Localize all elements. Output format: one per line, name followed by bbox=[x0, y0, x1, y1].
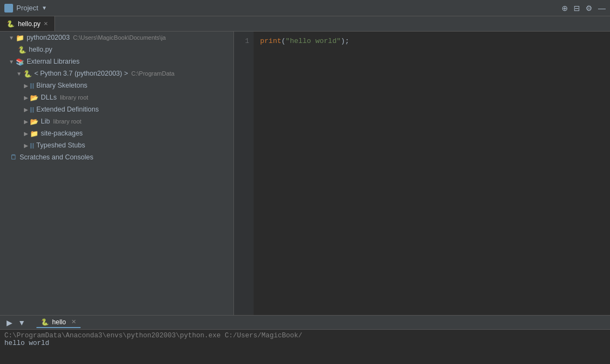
folder-icon-lib: 📂 bbox=[30, 118, 39, 126]
tab-bar: 🐍 hello.py ✕ bbox=[0, 16, 610, 32]
run-tab-bar: ▶ ▼ 🐍 hello ✕ bbox=[0, 316, 610, 330]
py-icon-python37: 🐍 bbox=[23, 70, 32, 78]
arrow-python37: ▼ bbox=[16, 71, 22, 77]
folder-icon-dlls: 📂 bbox=[30, 94, 39, 102]
sidebar-item-python202003[interactable]: ▼ 📁 python202003 C:\Users\MagicBook\Docu… bbox=[0, 32, 233, 44]
sublabel-lib: library root bbox=[53, 118, 82, 125]
editor-content: 1 print("hello world"); bbox=[234, 32, 610, 315]
run-controls: ▶ ▼ bbox=[4, 317, 28, 328]
label-hello-py: hello.py bbox=[29, 46, 52, 53]
tab-close-button[interactable]: ✕ bbox=[44, 21, 48, 27]
keyword-print: print bbox=[260, 37, 281, 45]
arrow-binary: ▶ bbox=[24, 83, 28, 89]
path-python202003: C:\Users\MagicBook\Documents\ja bbox=[73, 34, 166, 41]
label-typeshed-stubs: Typeshed Stubs bbox=[36, 141, 85, 149]
editor-code[interactable]: print("hello world"); bbox=[254, 32, 356, 315]
sidebar-item-binary-skeletons[interactable]: ▶ ||| Binary Skeletons bbox=[0, 79, 233, 91]
folder-icon-site-pkg: 📁 bbox=[30, 129, 39, 138]
label-lib: Lib bbox=[41, 118, 50, 125]
arrow-python202003: ▼ bbox=[9, 35, 14, 41]
paren-open: ( bbox=[281, 37, 286, 45]
sidebar: ▼ 📁 python202003 C:\Users\MagicBook\Docu… bbox=[0, 32, 234, 315]
sidebar-item-python37[interactable]: ▼ 🐍 < Python 3.7 (python202003) > C:\Pro… bbox=[0, 67, 233, 79]
arrow-extended: ▶ bbox=[24, 107, 28, 113]
sidebar-item-external-libraries[interactable]: ▼ 📚 External Libraries bbox=[0, 55, 233, 67]
scratches-icon: 🗒 bbox=[10, 153, 17, 161]
project-title: Project bbox=[16, 4, 38, 12]
title-bar-icons: ⊕ ⊟ ⚙ — bbox=[562, 4, 606, 13]
folder-icon-python202003: 📁 bbox=[16, 34, 24, 42]
sidebar-item-site-packages[interactable]: ▶ 📁 site-packages bbox=[0, 127, 233, 139]
arrow-lib: ▶ bbox=[24, 119, 28, 125]
run-play-button[interactable]: ▶ bbox=[4, 317, 15, 328]
run-tab-label: hello bbox=[52, 318, 66, 326]
lib-icon: 📚 bbox=[16, 58, 24, 66]
bar-icon-binary: ||| bbox=[30, 83, 34, 89]
paren-close: ); bbox=[341, 37, 349, 45]
tab-hello-py[interactable]: 🐍 hello.py ✕ bbox=[0, 16, 55, 31]
bottom-panel: ▶ ▼ 🐍 hello ✕ C:\ProgramData\Anaconda3\e… bbox=[0, 315, 610, 364]
sidebar-item-typeshed-stubs[interactable]: ▶ ||| Typeshed Stubs bbox=[0, 139, 233, 151]
run-tab-close[interactable]: ✕ bbox=[71, 318, 76, 325]
sublabel-dlls: library root bbox=[60, 94, 88, 101]
line-numbers: 1 bbox=[234, 32, 254, 315]
bar-icon-typeshed: ||| bbox=[30, 143, 34, 149]
main-area: ▼ 📁 python202003 C:\Users\MagicBook\Docu… bbox=[0, 32, 610, 315]
title-bar-left: Project ▼ bbox=[4, 4, 557, 13]
run-tab-hello[interactable]: 🐍 hello ✕ bbox=[36, 317, 81, 328]
arrow-site-pkg: ▶ bbox=[24, 131, 28, 137]
editor-area: 1 print("hello world"); 💡 Show Context A… bbox=[234, 32, 610, 315]
sidebar-item-scratches[interactable]: 🗒 Scratches and Consoles bbox=[0, 151, 233, 163]
sidebar-item-lib[interactable]: ▶ 📂 Lib library root bbox=[0, 115, 233, 127]
title-bar: Project ▼ ⊕ ⊟ ⚙ — bbox=[0, 0, 610, 16]
collapse-icon[interactable]: ⊟ bbox=[574, 4, 580, 13]
py-icon-hello: 🐍 bbox=[18, 46, 27, 54]
label-python37: < Python 3.7 (python202003) > bbox=[34, 70, 128, 77]
add-content-icon[interactable]: ⊕ bbox=[562, 4, 568, 13]
sidebar-item-extended-definitions[interactable]: ▶ ||| Extended Definitions bbox=[0, 103, 233, 115]
tab-py-icon: 🐍 bbox=[7, 20, 15, 28]
code-line-1: print("hello world"); bbox=[260, 36, 349, 47]
project-icon bbox=[4, 4, 13, 13]
run-output-panel: C:\ProgramData\Anaconda3\envs\python2020… bbox=[0, 330, 610, 364]
arrow-typeshed: ▶ bbox=[24, 143, 28, 149]
label-extended-definitions: Extended Definitions bbox=[36, 106, 99, 113]
label-site-packages: site-packages bbox=[41, 129, 83, 137]
arrow-ext-lib: ▼ bbox=[9, 59, 14, 65]
run-result-output: hello world bbox=[4, 340, 606, 347]
path-python37: C:\ProgramData bbox=[131, 70, 174, 77]
sidebar-item-dlls[interactable]: ▶ 📂 DLLs library root bbox=[0, 91, 233, 103]
settings-icon[interactable]: ⚙ bbox=[586, 4, 593, 13]
string-hello-world: "hello world" bbox=[286, 37, 341, 45]
line-number-1: 1 bbox=[238, 36, 249, 47]
run-stop-button[interactable]: ▼ bbox=[16, 317, 28, 328]
minimize-icon[interactable]: — bbox=[598, 4, 606, 13]
project-dropdown-icon[interactable]: ▼ bbox=[41, 5, 47, 11]
label-binary-skeletons: Binary Skeletons bbox=[36, 82, 88, 89]
run-tab-py-icon: 🐍 bbox=[41, 318, 49, 326]
label-python202003: python202003 bbox=[27, 34, 70, 41]
label-external-libraries: External Libraries bbox=[27, 58, 79, 65]
arrow-dlls: ▶ bbox=[24, 95, 28, 101]
run-cmd-line: C:\ProgramData\Anaconda3\envs\python2020… bbox=[4, 332, 606, 340]
tab-label: hello.py bbox=[18, 20, 40, 28]
label-dlls: DLLs bbox=[41, 94, 57, 101]
bar-icon-extended: ||| bbox=[30, 107, 34, 113]
sidebar-item-hello-py[interactable]: 🐍 hello.py bbox=[0, 44, 233, 55]
label-scratches: Scratches and Consoles bbox=[20, 153, 94, 161]
